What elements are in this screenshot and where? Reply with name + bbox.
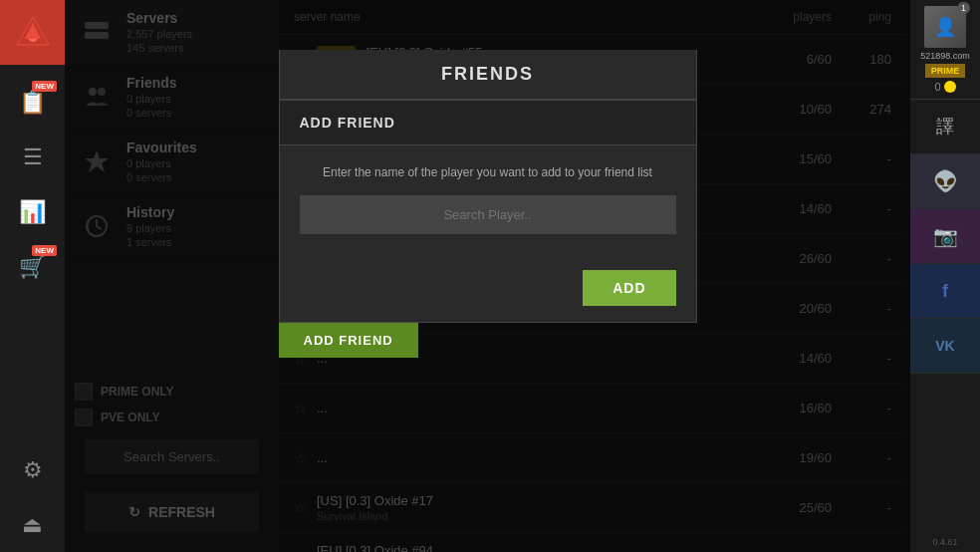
search-player-input[interactable]: [300, 195, 676, 234]
facebook-button[interactable]: f: [910, 264, 980, 319]
add-friend-footer: ADD: [280, 254, 696, 322]
username: 521898.com: [920, 51, 970, 61]
friends-modal-title: FRIENDS: [279, 50, 697, 100]
coin-icon: [944, 81, 956, 93]
news-icon: 📋: [19, 90, 46, 116]
sidebar-settings[interactable]: ⚙: [0, 442, 65, 497]
instagram-button[interactable]: 📷: [910, 209, 980, 264]
modal-bottom-tabs: ADD FRIEND: [279, 323, 697, 358]
sidebar-cart[interactable]: 🛒 NEW: [0, 239, 65, 294]
app-logo: [0, 0, 65, 65]
coins-row: 0: [934, 81, 955, 93]
online-count: 1: [957, 2, 970, 14]
version-text: 0.4.61: [927, 532, 962, 552]
add-friend-description: Enter the name of the player you want to…: [300, 165, 676, 179]
sidebar-exit[interactable]: ⏏: [0, 497, 65, 552]
cart-icon: 🛒: [19, 254, 46, 280]
new-badge: NEW: [32, 81, 57, 92]
translate-icon: 譯: [936, 115, 954, 138]
add-friend-header: ADD FRIEND: [280, 101, 696, 145]
add-friend-body: Enter the name of the player you want to…: [280, 145, 696, 254]
list-icon: ☰: [23, 144, 43, 170]
instagram-icon: 📷: [933, 224, 958, 248]
language-button[interactable]: 譯: [910, 100, 980, 154]
add-friend-dialog: ADD FRIEND Enter the name of the player …: [279, 100, 697, 323]
alien-button[interactable]: 👽: [910, 154, 980, 209]
add-friend-tab-button[interactable]: ADD FRIEND: [279, 323, 418, 358]
profile-area: 👤 1 521898.com PRIME 0: [910, 0, 980, 100]
add-button[interactable]: ADD: [583, 270, 675, 306]
sidebar-chart[interactable]: 📊: [0, 184, 65, 239]
cart-new-badge: NEW: [32, 245, 57, 256]
modal-overlay: FRIENDS ADD FRIEND Enter the name of the…: [65, 0, 910, 552]
exit-icon: ⏏: [22, 512, 43, 538]
coins-value: 0: [934, 81, 940, 93]
right-panel: 👤 1 521898.com PRIME 0 譯 👽 📷 f VK 0.4.61: [910, 0, 980, 552]
vk-icon: VK: [935, 338, 954, 354]
chart-icon: 📊: [19, 199, 46, 225]
sidebar-list[interactable]: ☰: [0, 130, 65, 184]
alien-icon: 👽: [933, 169, 958, 193]
prime-tag: PRIME: [925, 64, 966, 78]
sidebar-news[interactable]: 📋 NEW: [0, 75, 65, 130]
settings-icon: ⚙: [23, 457, 43, 483]
icon-sidebar: 📋 NEW ☰ 📊 🛒 NEW ⚙ ⏏: [0, 0, 65, 552]
facebook-icon: f: [942, 281, 948, 302]
vk-button[interactable]: VK: [910, 319, 980, 374]
